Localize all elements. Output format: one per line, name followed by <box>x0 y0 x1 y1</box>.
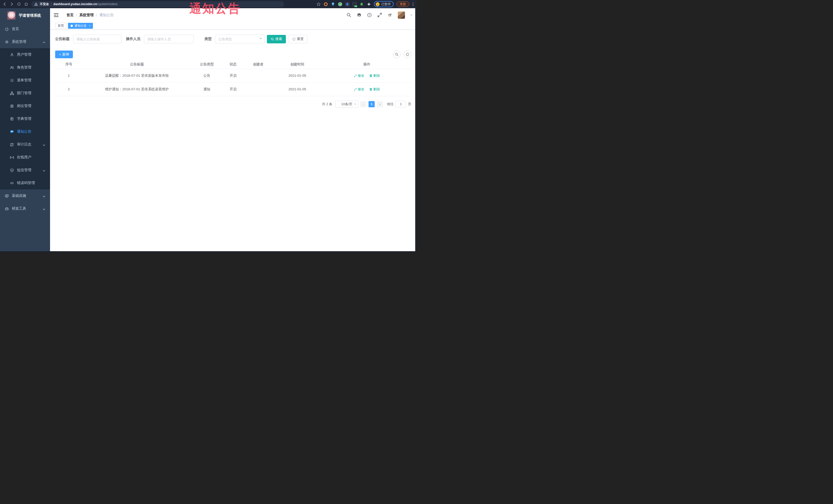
reset-button[interactable]: 重置 <box>288 35 307 43</box>
omnibox-divider <box>51 3 51 6</box>
sidebar-item-dev-tools[interactable]: 研发工具 <box>0 202 50 215</box>
extension-pin-icon[interactable] <box>331 2 335 6</box>
shield-check-icon <box>10 168 14 172</box>
prev-page-button[interactable]: ‹ <box>360 101 366 107</box>
fullscreen-icon[interactable] <box>377 13 382 18</box>
search-icon[interactable] <box>347 13 351 18</box>
font-size-icon[interactable]: tT <box>387 13 392 18</box>
edit-link[interactable]: 修改 <box>354 73 364 78</box>
filter-type-label: 类型 <box>205 37 212 41</box>
goto-page-input[interactable] <box>396 101 406 107</box>
page-size-select[interactable]: 10条/页 <box>335 101 358 108</box>
refresh-button[interactable] <box>404 51 411 58</box>
tag-views-bar: 首页 通知公告 × <box>50 22 416 30</box>
next-page-button[interactable]: › <box>377 101 383 107</box>
toggle-search-button[interactable] <box>393 51 401 58</box>
help-icon[interactable]: ? <box>367 13 372 18</box>
users-icon <box>10 66 14 70</box>
breadcrumb: 首页 / 系统管理 / 通知公告 <box>67 13 114 18</box>
app-logo <box>7 11 16 20</box>
sidebar-item-system[interactable]: 系统管理 <box>0 35 50 48</box>
browser-update-button[interactable]: 更新 <box>397 1 409 7</box>
window-scroll-edge[interactable] <box>415 8 416 252</box>
sidebar-item-posts[interactable]: 岗位管理 <box>0 100 50 113</box>
badge-icon <box>10 104 14 108</box>
edit-log-icon <box>10 143 14 146</box>
github-icon[interactable] <box>357 13 362 18</box>
sidebar-item-roles[interactable]: 角色管理 <box>0 61 50 74</box>
operator-input[interactable] <box>144 34 194 43</box>
col-creator: 创建者 <box>244 60 272 69</box>
search-form: 公告标题 操作人员 类型 搜索 重置 <box>55 34 412 43</box>
profile-chip[interactable]: 已暂停 <box>374 1 394 7</box>
extension-on-badge-icon[interactable]: on <box>352 2 357 6</box>
chat-bubble-icon <box>10 130 14 134</box>
chevron-down-icon <box>43 143 45 146</box>
refresh-icon <box>406 53 409 56</box>
extension-sparkle-icon[interactable] <box>367 2 371 6</box>
breadcrumb-home[interactable]: 首页 <box>67 13 74 18</box>
browser-menu-icon[interactable] <box>412 2 414 6</box>
extension-green-circle-icon[interactable] <box>338 2 342 6</box>
sidebar-item-dictionary[interactable]: 字典管理 <box>0 113 50 125</box>
sidebar-item-departments[interactable]: 部门管理 <box>0 87 50 100</box>
profile-emoji-icon <box>376 2 380 6</box>
page-suffix: 页 <box>408 102 411 106</box>
address-bar[interactable]: 不安全 dashboard.yudao.iocoder.cn/system/no… <box>31 1 284 7</box>
sidebar-item-users[interactable]: 用户管理 <box>0 48 50 61</box>
chevron-down-icon <box>43 207 45 210</box>
col-type: 公告类型 <box>191 60 222 69</box>
browser-toolbar: 不安全 dashboard.yudao.iocoder.cn/system/no… <box>0 0 416 8</box>
col-actions: 操作 <box>322 60 411 69</box>
sidebar-item-home[interactable]: 首页 <box>0 23 50 35</box>
bookmark-star-icon[interactable] <box>316 2 321 6</box>
security-label[interactable]: 不安全 <box>40 2 49 6</box>
code-icon <box>10 181 14 185</box>
breadcrumb-system[interactable]: 系统管理 <box>79 13 94 18</box>
sidebar-item-audit-log[interactable]: 审计日志 <box>0 138 50 151</box>
add-button[interactable]: +新增 <box>55 51 73 58</box>
delete-link[interactable]: 删除 <box>369 87 380 92</box>
sidebar-logo-row[interactable]: 芋道管理系统 <box>0 8 50 23</box>
avatar-caret-icon[interactable] <box>410 15 412 17</box>
sidebar-item-error-codes[interactable]: 错误码管理 <box>0 176 50 189</box>
browser-window: 不安全 dashboard.yudao.iocoder.cn/system/no… <box>0 0 416 252</box>
home-icon[interactable] <box>24 2 28 6</box>
chevron-down-icon <box>43 169 45 172</box>
page-number-1[interactable]: 1 <box>368 101 375 107</box>
notice-type-select[interactable] <box>215 34 265 43</box>
extension-orange-ring-icon[interactable] <box>324 2 328 6</box>
sidebar-item-online-users[interactable]: 在线用户 <box>0 151 50 164</box>
chevron-down-icon <box>43 194 45 197</box>
table-row: 2 维护通知：2018-07-01 若依系统凌晨维护 通知 开启 2021-01… <box>55 82 411 96</box>
sidebar-item-notice[interactable]: 通知公告 <box>0 125 50 138</box>
user-avatar[interactable] <box>398 11 405 19</box>
sidebar-item-sms[interactable]: 短信管理 <box>0 164 50 176</box>
edit-link[interactable]: 修改 <box>354 87 364 92</box>
edit-icon <box>354 88 357 91</box>
page-url[interactable]: dashboard.yudao.iocoder.cn/system/notice <box>53 2 118 6</box>
tab-home[interactable]: 首页 <box>55 23 67 29</box>
tab-notice[interactable]: 通知公告 × <box>68 23 93 29</box>
search-button[interactable]: 搜索 <box>267 35 286 43</box>
back-icon[interactable] <box>3 2 7 6</box>
warning-icon <box>34 3 38 6</box>
delete-link[interactable]: 删除 <box>369 73 380 78</box>
reload-icon[interactable] <box>17 2 21 6</box>
table-row: 1 温馨提醒：2018-07-01 若依新版本发布啦 公告 开启 2021-01… <box>55 69 411 82</box>
extension-leaf-icon[interactable] <box>359 2 364 6</box>
notice-title-input[interactable] <box>73 34 121 43</box>
monitor-icon <box>5 194 9 198</box>
app-header: 首页 / 系统管理 / 通知公告 ? tT <box>50 8 416 22</box>
org-tree-icon <box>10 91 14 95</box>
extension-gem-icon[interactable] <box>345 2 350 6</box>
online-signal-icon <box>10 155 14 159</box>
goto-label: 前往 <box>387 102 394 106</box>
forward-icon[interactable] <box>10 2 14 6</box>
edit-icon <box>354 74 357 77</box>
sidebar-item-infrastructure[interactable]: 基础设施 <box>0 189 50 202</box>
sidebar-item-menus[interactable]: 菜单管理 <box>0 74 50 87</box>
user-icon <box>10 53 14 57</box>
tab-close-icon[interactable]: × <box>89 24 90 27</box>
collapse-sidebar-icon[interactable] <box>54 13 59 18</box>
